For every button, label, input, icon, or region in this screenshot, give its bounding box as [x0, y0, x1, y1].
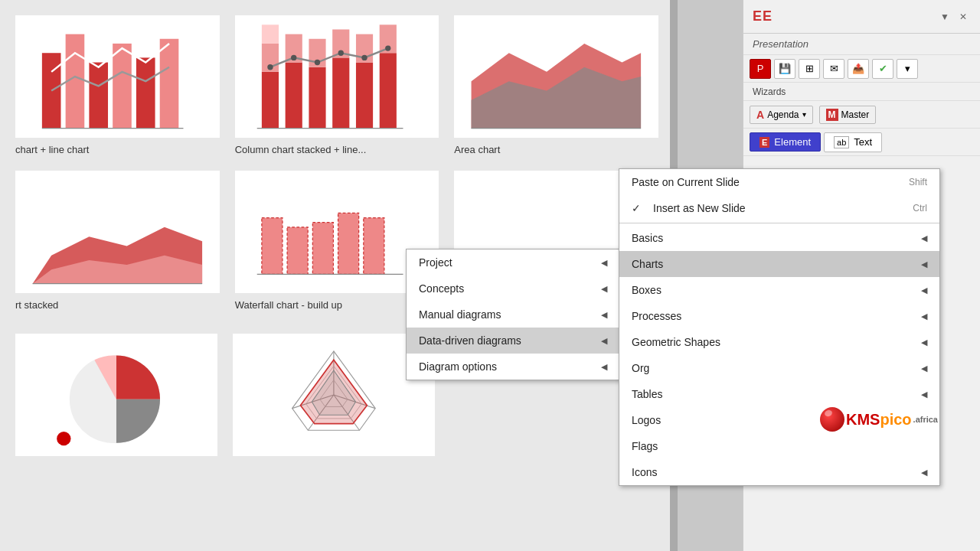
- chart-thumbnail: [235, 15, 439, 138]
- svg-rect-14: [332, 57, 349, 128]
- save-btn[interactable]: 💾: [774, 59, 795, 79]
- svg-point-22: [314, 60, 319, 65]
- menu-item-data-driven[interactable]: Data-driven diagrams ◀: [407, 328, 619, 354]
- chart-item[interactable]: Column chart stacked + line...: [227, 8, 447, 163]
- submenu-arrow: ◀: [921, 468, 927, 478]
- svg-rect-36: [338, 213, 358, 274]
- menu-item-charts[interactable]: Charts ◀: [619, 251, 939, 277]
- svg-rect-37: [363, 218, 384, 275]
- svg-rect-18: [379, 53, 396, 128]
- menu-item-icons[interactable]: Icons ◀: [619, 459, 939, 485]
- chart-thumbnail: [15, 15, 220, 138]
- menu-item-insert-new-slide[interactable]: ✓ Insert as New Slide Ctrl: [619, 195, 939, 221]
- presentation-icon-btn[interactable]: P: [750, 59, 771, 79]
- svg-rect-5: [160, 39, 179, 129]
- panel-title: EE: [753, 8, 773, 24]
- panel-header: EE ▼ ✕: [743, 0, 980, 34]
- chart-thumbnail: [233, 334, 435, 456]
- submenu-arrow: ◀: [601, 362, 607, 372]
- chart-label: Area chart: [454, 144, 658, 155]
- chart-item[interactable]: chart + line chart: [8, 8, 227, 163]
- submenu-arrow: ◀: [921, 311, 927, 321]
- submenu-arrow: ◀: [601, 310, 607, 320]
- svg-rect-34: [287, 227, 308, 275]
- pico-ball-icon: [820, 407, 844, 432]
- chart-thumbnail: [454, 15, 658, 138]
- chart-label: rt stacked: [15, 299, 220, 311]
- agenda-btn[interactable]: A Agenda ▾: [750, 106, 813, 124]
- layout-btn[interactable]: ⊞: [799, 59, 820, 79]
- chart-label: Column chart stacked + line...: [235, 144, 439, 155]
- context-menu-level1: Project ◀ Concepts ◀ Manual diagrams ◀ D…: [406, 249, 620, 380]
- dropdown-btn[interactable]: ▾: [897, 59, 918, 79]
- submenu-arrow: ◀: [921, 390, 927, 399]
- tab-row: E Element ab Text: [743, 129, 980, 156]
- submenu-arrow: ◀: [921, 285, 927, 295]
- chart-thumbnail: [15, 334, 217, 456]
- submenu-arrow: ◀: [921, 337, 927, 347]
- submenu-arrow: ◀: [921, 364, 927, 373]
- menu-item-processes[interactable]: Processes ◀: [619, 303, 939, 329]
- chart-item[interactable]: rt stacked: [8, 163, 227, 318]
- menu-item-diagram-options[interactable]: Diagram options ◀: [407, 354, 619, 380]
- menu-item-basics[interactable]: Basics ◀: [619, 225, 939, 251]
- svg-rect-33: [262, 218, 283, 275]
- menu-separator: [619, 223, 939, 223]
- svg-point-25: [385, 45, 390, 51]
- menu-item-paste-current[interactable]: Paste on Current Slide Shift: [619, 169, 939, 195]
- menu-item-tables[interactable]: Tables ◀: [619, 381, 939, 407]
- menu-item-geometric-shapes[interactable]: Geometric Shapes ◀: [619, 329, 939, 355]
- svg-rect-35: [312, 223, 333, 275]
- menu-item-project[interactable]: Project ◀: [407, 249, 619, 276]
- submenu-arrow: ◀: [601, 284, 607, 294]
- svg-rect-7: [262, 72, 279, 129]
- minimize-button[interactable]: ▼: [937, 9, 952, 24]
- svg-rect-16: [356, 63, 373, 129]
- presentation-label: Presentation: [743, 34, 980, 55]
- chart-label: chart + line chart: [15, 144, 220, 155]
- submenu-arrow: ◀: [921, 233, 927, 243]
- context-menu-level2: Paste on Current Slide Shift ✓ Insert as…: [619, 168, 940, 486]
- chart-item[interactable]: Area chart: [446, 8, 666, 163]
- svg-rect-2: [89, 63, 108, 129]
- svg-point-21: [291, 55, 296, 60]
- menu-item-logos[interactable]: Logos KMSpico .africa: [619, 407, 939, 433]
- close-button[interactable]: ✕: [956, 9, 971, 24]
- wizards-row: A Agenda ▾ M Master: [743, 101, 980, 129]
- svg-marker-50: [312, 370, 355, 415]
- checkmark-icon: ✓: [632, 202, 641, 214]
- master-btn[interactable]: M Master: [819, 106, 877, 124]
- menu-item-flags[interactable]: Flags: [619, 433, 939, 459]
- menu-item-concepts[interactable]: Concepts ◀: [407, 276, 619, 302]
- menu-item-org[interactable]: Org ◀: [619, 355, 939, 381]
- svg-rect-4: [136, 57, 155, 128]
- svg-rect-9: [262, 24, 279, 44]
- export-btn[interactable]: 📤: [848, 59, 869, 79]
- check-btn[interactable]: ✔: [872, 59, 893, 79]
- kmspico-logo: KMSpico .africa: [820, 407, 938, 432]
- submenu-arrow: ◀: [601, 258, 607, 268]
- svg-point-24: [361, 55, 367, 60]
- text-tab[interactable]: ab Text: [824, 132, 882, 152]
- chart-thumbnail: [15, 171, 220, 293]
- submenu-arrow: ◀: [921, 259, 927, 269]
- menu-item-boxes[interactable]: Boxes ◀: [619, 277, 939, 303]
- panel-controls: ▼ ✕: [937, 9, 971, 24]
- svg-point-23: [338, 51, 343, 56]
- submenu-arrow: ◀: [601, 336, 607, 346]
- chart-item[interactable]: [8, 326, 225, 470]
- mail-btn[interactable]: ✉: [823, 59, 844, 79]
- element-tab[interactable]: E Element: [750, 132, 821, 152]
- wizards-label: Wizards: [743, 83, 980, 101]
- svg-rect-3: [113, 44, 132, 129]
- menu-item-manual-diagrams[interactable]: Manual diagrams ◀: [407, 302, 619, 328]
- svg-point-20: [267, 64, 273, 70]
- toolbar-row: P 💾 ⊞ ✉ 📤 ✔ ▾: [743, 55, 980, 83]
- svg-rect-12: [309, 67, 325, 129]
- svg-point-40: [57, 432, 70, 445]
- svg-rect-10: [285, 63, 302, 129]
